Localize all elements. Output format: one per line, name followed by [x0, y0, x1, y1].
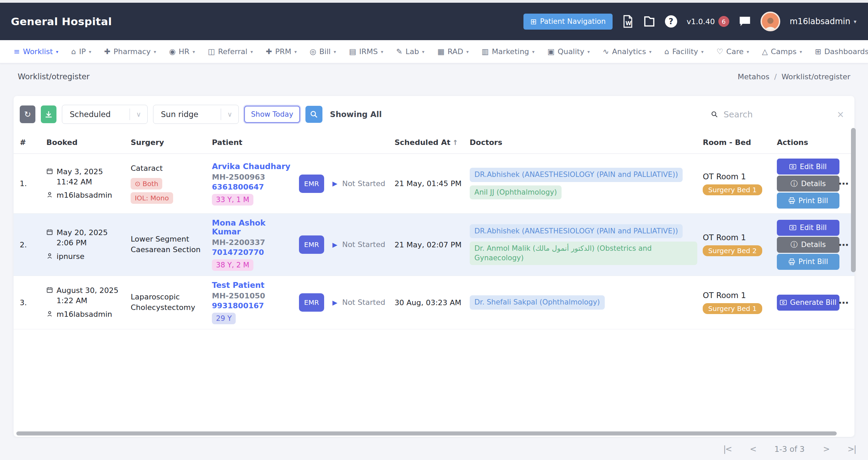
- nav-analytics[interactable]: ∿Analytics▾: [603, 47, 651, 56]
- nav-quality[interactable]: ▣Quality▾: [548, 47, 590, 56]
- col-doctors[interactable]: Doctors: [467, 131, 700, 154]
- nav-marketing[interactable]: ▥Marketing▾: [482, 47, 534, 56]
- breadcrumb-current: Worklist/otregister: [782, 72, 850, 81]
- status-select[interactable]: Scheduled ∨: [62, 105, 148, 124]
- booked-date: August 30, 2025 1:22 AM: [56, 285, 125, 306]
- col-patient[interactable]: Patient: [209, 131, 296, 154]
- patient-phone[interactable]: 9931800167: [212, 301, 294, 310]
- patient-phone[interactable]: 7014720770: [212, 248, 294, 257]
- tent-icon: △: [762, 47, 768, 56]
- show-today-button[interactable]: Show Today: [244, 106, 300, 123]
- chat-icon[interactable]: [739, 16, 751, 27]
- nav-bill[interactable]: ◎Bill▾: [310, 47, 336, 56]
- nav-referral[interactable]: ◫Referral▾: [208, 47, 253, 56]
- ot-select[interactable]: Sun ridge ∨: [153, 105, 239, 124]
- nav-irms[interactable]: ▤IRMS▾: [349, 47, 383, 56]
- patient-mrn: MH-2501050: [212, 292, 294, 300]
- col-scheduled-at[interactable]: Scheduled At↑: [392, 131, 467, 154]
- help-icon[interactable]: ?: [665, 15, 677, 28]
- nav-lab[interactable]: ✎Lab▾: [396, 47, 424, 56]
- vertical-scrollbar[interactable]: [851, 128, 856, 272]
- bed-icon: ♡: [717, 47, 723, 56]
- nav-care[interactable]: ♡Care▾: [717, 47, 749, 56]
- details-button[interactable]: ⓘ Details: [777, 237, 839, 253]
- patient-mrn: MH-2200337: [212, 238, 294, 247]
- file-icon[interactable]: [643, 15, 655, 28]
- emr-button[interactable]: EMR: [299, 235, 324, 254]
- nav-camps[interactable]: △Camps▾: [762, 47, 802, 56]
- doctor-badge: Anil JJ (Ophthalmology): [470, 185, 562, 199]
- nav-pharmacy[interactable]: ✚Pharmacy▾: [104, 47, 156, 56]
- nav-dashboards[interactable]: ⊞Dashboards▾: [815, 47, 868, 56]
- refresh-button[interactable]: ↻: [20, 105, 35, 123]
- page-title: Worklist/otregister: [18, 72, 90, 81]
- word-document-icon[interactable]: W: [622, 15, 634, 28]
- printer-icon: [788, 259, 795, 265]
- clear-search-icon[interactable]: ×: [837, 109, 844, 119]
- edit-bill-button[interactable]: Edit Bill: [777, 220, 839, 236]
- patient-phone[interactable]: 6361800647: [212, 183, 294, 191]
- surgery-status: Not Started: [342, 297, 385, 308]
- start-play-icon[interactable]: ▶: [332, 299, 337, 306]
- patient-name[interactable]: Mona Ashok Kumar: [212, 218, 294, 236]
- booked-by: ipnurse: [56, 251, 84, 262]
- horizontal-scrollbar[interactable]: [16, 431, 837, 436]
- patient-name[interactable]: Test Patient: [212, 281, 294, 290]
- print-bill-button[interactable]: Print Bill: [777, 193, 839, 209]
- row-menu-button[interactable]: ⋯: [836, 178, 852, 190]
- pulse-icon: ∿: [603, 47, 609, 56]
- room-name: OT Room 1: [703, 172, 771, 181]
- generate-bill-button[interactable]: Generate Bill: [777, 295, 839, 311]
- sort-asc-icon[interactable]: ↑: [452, 138, 458, 147]
- version-label: v1.0.40: [687, 17, 715, 26]
- table-row: 2. May 20, 2025 2:06 PM ipnurse: [14, 214, 854, 276]
- info-icon: ⓘ: [790, 179, 798, 188]
- user-menu[interactable]: m16labsadmin ▾: [790, 17, 856, 26]
- search-filter-button[interactable]: [305, 106, 322, 123]
- edit-bill-button[interactable]: Edit Bill: [777, 159, 839, 175]
- scheduled-at: 21 May, 02:07 PM: [392, 214, 467, 276]
- status-select-value: Scheduled: [70, 110, 111, 119]
- next-page-button[interactable]: >: [823, 444, 829, 454]
- start-play-icon[interactable]: ▶: [332, 241, 337, 248]
- details-button[interactable]: ⓘ Details: [777, 176, 839, 192]
- search-input[interactable]: [723, 110, 831, 119]
- nav-facility[interactable]: ⌂Facility▾: [664, 47, 703, 56]
- nav-ip[interactable]: ⌂IP▾: [71, 47, 91, 56]
- breadcrumb-row: Worklist/otregister Metahos / Worklist/o…: [0, 63, 868, 88]
- page-range-label: 1-3 of 3: [774, 445, 805, 454]
- nav-prm[interactable]: ✚PRM▾: [266, 47, 297, 56]
- surgery-name: Lower Segment Caesarean Section: [131, 234, 206, 255]
- col-room-bed[interactable]: Room - Bed: [700, 131, 774, 154]
- row-menu-button[interactable]: ⋯: [836, 297, 852, 309]
- notification-count-badge[interactable]: 6: [718, 16, 729, 27]
- col-surgery[interactable]: Surgery: [128, 131, 209, 154]
- eye-side-badge: ⊙Both: [131, 178, 162, 190]
- eye-icon: ⊙: [135, 180, 140, 188]
- refresh-icon: ↻: [24, 110, 31, 119]
- bed-badge: Surgery Bed 1: [703, 184, 762, 195]
- col-booked[interactable]: Booked: [44, 131, 128, 154]
- patient-age-badge: 33 Y, 1 M: [212, 194, 253, 206]
- prev-page-button[interactable]: <: [750, 444, 756, 454]
- building-icon: ⌂: [71, 47, 76, 56]
- nav-hr[interactable]: ◉HR▾: [169, 47, 195, 56]
- patient-navigation-button[interactable]: ⊞ Patient Navigation: [523, 14, 613, 30]
- last-page-button[interactable]: >|: [848, 444, 856, 454]
- avatar[interactable]: [761, 12, 780, 31]
- nav-worklist[interactable]: ≡Worklist▾: [14, 47, 59, 56]
- main-menubar: ≡Worklist▾ ⌂IP▾ ✚Pharmacy▾ ◉HR▾ ◫Referra…: [0, 40, 868, 63]
- start-play-icon[interactable]: ▶: [332, 180, 337, 187]
- download-button[interactable]: [41, 105, 56, 123]
- emr-button[interactable]: EMR: [299, 293, 324, 312]
- row-menu-button[interactable]: ⋯: [836, 239, 852, 251]
- print-bill-button[interactable]: Print Bill: [777, 254, 839, 270]
- username: m16labsadmin: [790, 17, 850, 26]
- emr-button[interactable]: EMR: [299, 175, 324, 193]
- first-page-button[interactable]: |<: [723, 444, 731, 454]
- booked-by: m16labsadmin: [56, 309, 112, 319]
- filter-row: ↻ Scheduled ∨ Sun ridge ∨ Show Today Sho…: [14, 96, 854, 131]
- patient-name[interactable]: Arvika Chaudhary: [212, 162, 294, 171]
- nav-rad[interactable]: ▦RAD▾: [437, 47, 469, 56]
- breadcrumb-root[interactable]: Metahos: [738, 72, 770, 81]
